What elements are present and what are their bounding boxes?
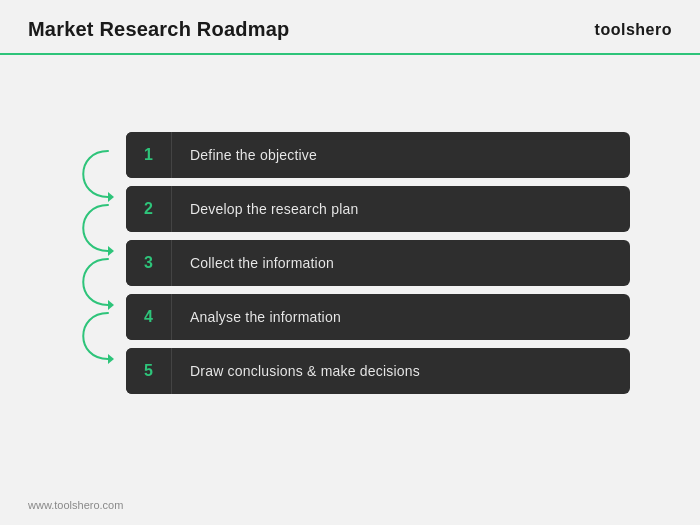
step-item-2: 2Develop the research plan	[126, 186, 630, 232]
footer: www.toolshero.com	[28, 499, 123, 511]
step-item-3: 3Collect the information	[126, 240, 630, 286]
step-number-3: 3	[126, 240, 172, 286]
step-label-2: Develop the research plan	[172, 201, 376, 217]
svg-marker-2	[108, 300, 114, 310]
header: Market Research Roadmap toolshero	[0, 0, 700, 55]
connector-arrows-svg	[70, 128, 120, 398]
step-number-5: 5	[126, 348, 172, 394]
steps-container: 1Define the objective2Develop the resear…	[70, 128, 630, 398]
main-content: 1Define the objective2Develop the resear…	[0, 55, 700, 470]
connectors	[70, 128, 120, 398]
step-label-4: Analyse the information	[172, 309, 359, 325]
step-number-4: 4	[126, 294, 172, 340]
svg-marker-0	[108, 192, 114, 202]
svg-marker-1	[108, 246, 114, 256]
step-label-3: Collect the information	[172, 255, 352, 271]
svg-marker-3	[108, 354, 114, 364]
step-item-4: 4Analyse the information	[126, 294, 630, 340]
step-item-1: 1Define the objective	[126, 132, 630, 178]
steps-list: 1Define the objective2Develop the resear…	[126, 132, 630, 394]
step-number-2: 2	[126, 186, 172, 232]
page-title: Market Research Roadmap	[28, 18, 289, 41]
step-label-5: Draw conclusions & make decisions	[172, 363, 438, 379]
brand-name: toolshero	[595, 21, 672, 39]
step-item-5: 5Draw conclusions & make decisions	[126, 348, 630, 394]
step-number-1: 1	[126, 132, 172, 178]
step-label-1: Define the objective	[172, 147, 335, 163]
page: Market Research Roadmap toolshero	[0, 0, 700, 525]
footer-url: www.toolshero.com	[28, 499, 123, 511]
